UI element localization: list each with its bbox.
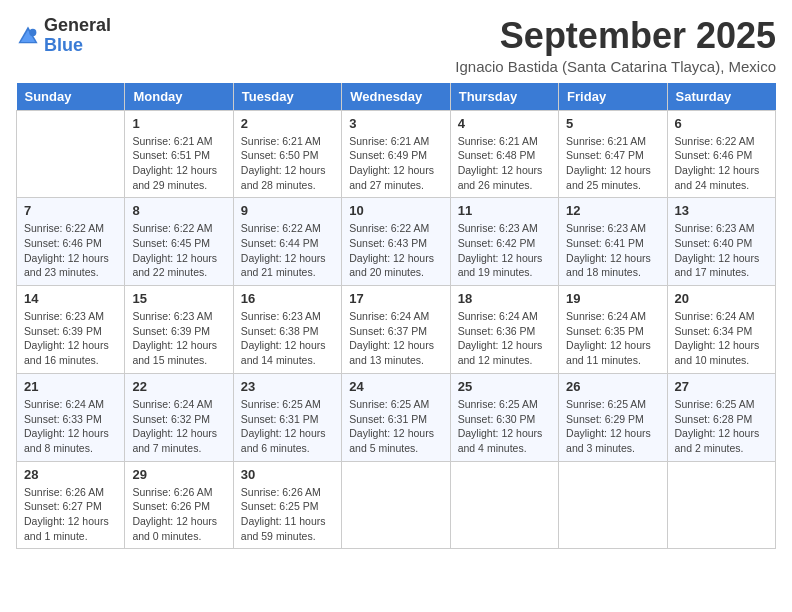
day-cell: 7Sunrise: 6:22 AM Sunset: 6:46 PM Daylig… [17,198,125,286]
week-row-1: 1Sunrise: 6:21 AM Sunset: 6:51 PM Daylig… [17,110,776,198]
header-wednesday: Wednesday [342,83,450,111]
day-info: Sunrise: 6:21 AM Sunset: 6:48 PM Dayligh… [458,134,551,193]
day-info: Sunrise: 6:23 AM Sunset: 6:38 PM Dayligh… [241,309,334,368]
week-row-2: 7Sunrise: 6:22 AM Sunset: 6:46 PM Daylig… [17,198,776,286]
day-number: 19 [566,291,659,306]
day-number: 8 [132,203,225,218]
day-cell: 25Sunrise: 6:25 AM Sunset: 6:30 PM Dayli… [450,373,558,461]
day-info: Sunrise: 6:25 AM Sunset: 6:31 PM Dayligh… [349,397,442,456]
day-number: 14 [24,291,117,306]
day-info: Sunrise: 6:25 AM Sunset: 6:31 PM Dayligh… [241,397,334,456]
svg-point-2 [29,29,36,36]
day-number: 29 [132,467,225,482]
logo-general: General [44,16,111,36]
title-section: September 2025 Ignacio Bastida (Santa Ca… [455,16,776,75]
day-number: 9 [241,203,334,218]
header-monday: Monday [125,83,233,111]
day-info: Sunrise: 6:21 AM Sunset: 6:51 PM Dayligh… [132,134,225,193]
week-row-5: 28Sunrise: 6:26 AM Sunset: 6:27 PM Dayli… [17,461,776,549]
day-cell: 6Sunrise: 6:22 AM Sunset: 6:46 PM Daylig… [667,110,775,198]
day-info: Sunrise: 6:23 AM Sunset: 6:42 PM Dayligh… [458,221,551,280]
logo-blue: Blue [44,36,111,56]
day-info: Sunrise: 6:22 AM Sunset: 6:44 PM Dayligh… [241,221,334,280]
day-info: Sunrise: 6:21 AM Sunset: 6:47 PM Dayligh… [566,134,659,193]
day-cell: 8Sunrise: 6:22 AM Sunset: 6:45 PM Daylig… [125,198,233,286]
day-number: 6 [675,116,768,131]
day-number: 5 [566,116,659,131]
day-cell: 2Sunrise: 6:21 AM Sunset: 6:50 PM Daylig… [233,110,341,198]
day-number: 10 [349,203,442,218]
day-cell [450,461,558,549]
day-number: 25 [458,379,551,394]
page-header: General Blue September 2025 Ignacio Bast… [16,16,776,75]
day-info: Sunrise: 6:21 AM Sunset: 6:49 PM Dayligh… [349,134,442,193]
day-number: 11 [458,203,551,218]
month-title: September 2025 [455,16,776,56]
day-cell [559,461,667,549]
day-info: Sunrise: 6:23 AM Sunset: 6:39 PM Dayligh… [24,309,117,368]
day-cell: 5Sunrise: 6:21 AM Sunset: 6:47 PM Daylig… [559,110,667,198]
day-number: 2 [241,116,334,131]
day-cell: 16Sunrise: 6:23 AM Sunset: 6:38 PM Dayli… [233,286,341,374]
day-number: 13 [675,203,768,218]
day-number: 22 [132,379,225,394]
day-cell: 23Sunrise: 6:25 AM Sunset: 6:31 PM Dayli… [233,373,341,461]
day-cell [667,461,775,549]
day-info: Sunrise: 6:25 AM Sunset: 6:29 PM Dayligh… [566,397,659,456]
day-number: 28 [24,467,117,482]
week-row-4: 21Sunrise: 6:24 AM Sunset: 6:33 PM Dayli… [17,373,776,461]
day-cell: 3Sunrise: 6:21 AM Sunset: 6:49 PM Daylig… [342,110,450,198]
week-row-3: 14Sunrise: 6:23 AM Sunset: 6:39 PM Dayli… [17,286,776,374]
day-cell: 24Sunrise: 6:25 AM Sunset: 6:31 PM Dayli… [342,373,450,461]
day-info: Sunrise: 6:25 AM Sunset: 6:28 PM Dayligh… [675,397,768,456]
day-cell: 19Sunrise: 6:24 AM Sunset: 6:35 PM Dayli… [559,286,667,374]
day-cell [342,461,450,549]
day-info: Sunrise: 6:24 AM Sunset: 6:34 PM Dayligh… [675,309,768,368]
day-info: Sunrise: 6:22 AM Sunset: 6:46 PM Dayligh… [675,134,768,193]
day-cell: 12Sunrise: 6:23 AM Sunset: 6:41 PM Dayli… [559,198,667,286]
day-cell: 21Sunrise: 6:24 AM Sunset: 6:33 PM Dayli… [17,373,125,461]
day-number: 30 [241,467,334,482]
day-info: Sunrise: 6:25 AM Sunset: 6:30 PM Dayligh… [458,397,551,456]
day-number: 20 [675,291,768,306]
day-info: Sunrise: 6:23 AM Sunset: 6:40 PM Dayligh… [675,221,768,280]
day-number: 4 [458,116,551,131]
day-cell: 18Sunrise: 6:24 AM Sunset: 6:36 PM Dayli… [450,286,558,374]
day-cell: 20Sunrise: 6:24 AM Sunset: 6:34 PM Dayli… [667,286,775,374]
day-cell: 27Sunrise: 6:25 AM Sunset: 6:28 PM Dayli… [667,373,775,461]
header-sunday: Sunday [17,83,125,111]
day-number: 21 [24,379,117,394]
day-info: Sunrise: 6:24 AM Sunset: 6:36 PM Dayligh… [458,309,551,368]
day-cell: 4Sunrise: 6:21 AM Sunset: 6:48 PM Daylig… [450,110,558,198]
day-number: 16 [241,291,334,306]
day-info: Sunrise: 6:24 AM Sunset: 6:33 PM Dayligh… [24,397,117,456]
day-info: Sunrise: 6:22 AM Sunset: 6:43 PM Dayligh… [349,221,442,280]
day-info: Sunrise: 6:26 AM Sunset: 6:26 PM Dayligh… [132,485,225,544]
day-info: Sunrise: 6:23 AM Sunset: 6:39 PM Dayligh… [132,309,225,368]
day-cell [17,110,125,198]
day-number: 15 [132,291,225,306]
day-cell: 17Sunrise: 6:24 AM Sunset: 6:37 PM Dayli… [342,286,450,374]
header-friday: Friday [559,83,667,111]
header-tuesday: Tuesday [233,83,341,111]
day-info: Sunrise: 6:26 AM Sunset: 6:25 PM Dayligh… [241,485,334,544]
calendar-table: SundayMondayTuesdayWednesdayThursdayFrid… [16,83,776,550]
location-title: Ignacio Bastida (Santa Catarina Tlayca),… [455,58,776,75]
day-number: 27 [675,379,768,394]
day-number: 1 [132,116,225,131]
header-saturday: Saturday [667,83,775,111]
logo: General Blue [16,16,111,56]
day-cell: 9Sunrise: 6:22 AM Sunset: 6:44 PM Daylig… [233,198,341,286]
day-number: 26 [566,379,659,394]
calendar-header-row: SundayMondayTuesdayWednesdayThursdayFrid… [17,83,776,111]
day-cell: 13Sunrise: 6:23 AM Sunset: 6:40 PM Dayli… [667,198,775,286]
day-number: 3 [349,116,442,131]
day-info: Sunrise: 6:24 AM Sunset: 6:35 PM Dayligh… [566,309,659,368]
day-cell: 15Sunrise: 6:23 AM Sunset: 6:39 PM Dayli… [125,286,233,374]
day-number: 7 [24,203,117,218]
day-cell: 28Sunrise: 6:26 AM Sunset: 6:27 PM Dayli… [17,461,125,549]
day-cell: 11Sunrise: 6:23 AM Sunset: 6:42 PM Dayli… [450,198,558,286]
logo-icon [16,24,40,48]
day-info: Sunrise: 6:22 AM Sunset: 6:46 PM Dayligh… [24,221,117,280]
day-cell: 30Sunrise: 6:26 AM Sunset: 6:25 PM Dayli… [233,461,341,549]
